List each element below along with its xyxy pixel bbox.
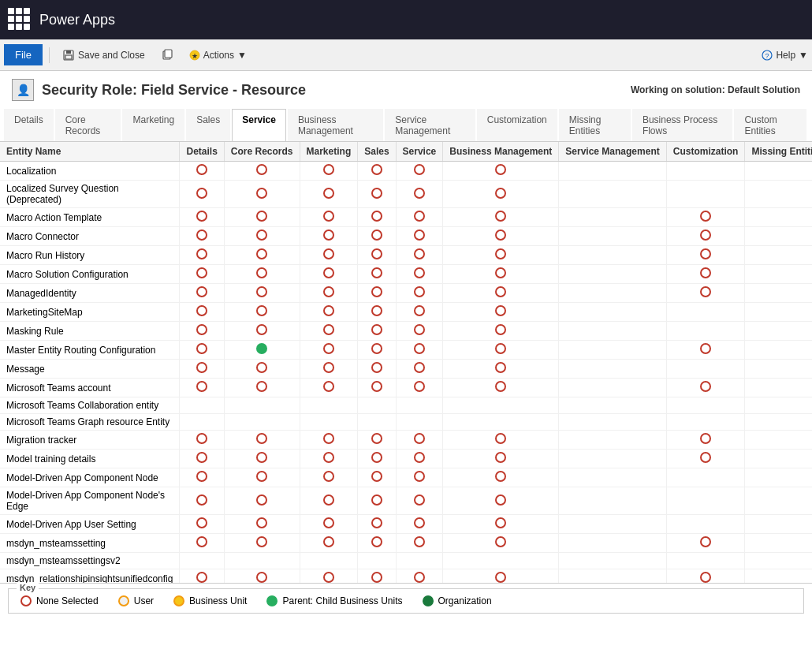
permission-cell[interactable] bbox=[745, 341, 812, 360]
permission-cell[interactable] bbox=[745, 208, 812, 227]
permission-cell[interactable] bbox=[224, 414, 300, 431]
permission-cell[interactable] bbox=[559, 431, 666, 450]
permission-cell[interactable] bbox=[443, 284, 559, 303]
table-row[interactable]: Model-Driven App User Setting bbox=[0, 515, 812, 534]
permission-cell[interactable] bbox=[666, 227, 745, 246]
permission-cell[interactable] bbox=[180, 487, 224, 515]
table-row[interactable]: MarketingSiteMap bbox=[0, 303, 812, 322]
permission-cell[interactable] bbox=[666, 162, 745, 181]
permission-cell[interactable] bbox=[300, 450, 358, 468]
file-button[interactable]: File bbox=[4, 44, 43, 65]
new-button[interactable] bbox=[155, 46, 180, 65]
permission-cell[interactable] bbox=[224, 341, 300, 360]
permission-cell[interactable] bbox=[396, 162, 443, 181]
permission-cell[interactable] bbox=[300, 162, 358, 181]
permission-cell[interactable] bbox=[358, 265, 396, 284]
tab-details[interactable]: Details bbox=[4, 109, 54, 141]
permission-cell[interactable] bbox=[559, 284, 666, 303]
permission-cell[interactable] bbox=[396, 414, 443, 431]
permission-cell[interactable] bbox=[224, 246, 300, 265]
permission-cell[interactable] bbox=[443, 553, 559, 569]
permission-cell[interactable] bbox=[666, 208, 745, 227]
table-row[interactable]: ManagedIdentity bbox=[0, 284, 812, 303]
permission-cell[interactable] bbox=[180, 265, 224, 284]
permission-cell[interactable] bbox=[443, 360, 559, 379]
permission-cell[interactable] bbox=[559, 246, 666, 265]
permission-cell[interactable] bbox=[745, 414, 812, 431]
table-row[interactable]: Master Entity Routing Configuration bbox=[0, 341, 812, 360]
permission-cell[interactable] bbox=[745, 534, 812, 553]
permission-cell[interactable] bbox=[559, 553, 666, 569]
permission-cell[interactable] bbox=[180, 515, 224, 534]
permission-cell[interactable] bbox=[559, 341, 666, 360]
tab-marketing[interactable]: Marketing bbox=[122, 109, 184, 141]
permission-cell[interactable] bbox=[396, 450, 443, 468]
table-row[interactable]: msdyn_msteamssettingsv2 bbox=[0, 553, 812, 569]
table-row[interactable]: Localized Survey Question (Deprecated) bbox=[0, 181, 812, 208]
permission-cell[interactable] bbox=[396, 303, 443, 322]
permission-cell[interactable] bbox=[358, 341, 396, 360]
tab-core-records[interactable]: Core Records bbox=[55, 109, 121, 141]
permission-cell[interactable] bbox=[224, 450, 300, 468]
permission-cell[interactable] bbox=[300, 322, 358, 341]
permission-cell[interactable] bbox=[300, 208, 358, 227]
permission-cell[interactable] bbox=[358, 431, 396, 450]
permission-cell[interactable] bbox=[666, 515, 745, 534]
permission-cell[interactable] bbox=[396, 246, 443, 265]
permission-cell[interactable] bbox=[358, 246, 396, 265]
tab-service[interactable]: Service bbox=[232, 109, 286, 141]
permission-cell[interactable] bbox=[180, 468, 224, 487]
table-row[interactable]: msdyn_msteamssetting bbox=[0, 534, 812, 553]
permission-cell[interactable] bbox=[666, 265, 745, 284]
permission-cell[interactable] bbox=[745, 322, 812, 341]
tab-custom-entities[interactable]: Custom Entities bbox=[734, 109, 806, 141]
permission-cell[interactable] bbox=[443, 265, 559, 284]
permission-cell[interactable] bbox=[559, 397, 666, 414]
permission-cell[interactable] bbox=[224, 227, 300, 246]
permission-cell[interactable] bbox=[358, 227, 396, 246]
permission-cell[interactable] bbox=[666, 569, 745, 584]
permission-cell[interactable] bbox=[666, 534, 745, 553]
permission-cell[interactable] bbox=[666, 397, 745, 414]
table-row[interactable]: Model-Driven App Component Node's Edge bbox=[0, 487, 812, 515]
permission-cell[interactable] bbox=[666, 322, 745, 341]
permission-cell[interactable] bbox=[559, 265, 666, 284]
permission-cell[interactable] bbox=[443, 515, 559, 534]
permission-cell[interactable] bbox=[224, 181, 300, 208]
help-button[interactable]: ? Help ▼ bbox=[762, 50, 808, 61]
permission-cell[interactable] bbox=[180, 414, 224, 431]
permission-cell[interactable] bbox=[666, 553, 745, 569]
permission-cell[interactable] bbox=[224, 303, 300, 322]
permission-cell[interactable] bbox=[443, 208, 559, 227]
permission-cell[interactable] bbox=[300, 397, 358, 414]
permission-cell[interactable] bbox=[358, 468, 396, 487]
permission-cell[interactable] bbox=[224, 322, 300, 341]
permission-cell[interactable] bbox=[745, 265, 812, 284]
permission-cell[interactable] bbox=[224, 534, 300, 553]
permission-cell[interactable] bbox=[224, 431, 300, 450]
permission-cell[interactable] bbox=[300, 246, 358, 265]
permission-cell[interactable] bbox=[180, 341, 224, 360]
permission-cell[interactable] bbox=[358, 360, 396, 379]
permission-cell[interactable] bbox=[396, 534, 443, 553]
permission-cell[interactable] bbox=[300, 515, 358, 534]
permission-cell[interactable] bbox=[396, 322, 443, 341]
permission-cell[interactable] bbox=[300, 569, 358, 584]
permission-cell[interactable] bbox=[666, 246, 745, 265]
permission-cell[interactable] bbox=[559, 303, 666, 322]
permission-cell[interactable] bbox=[559, 322, 666, 341]
permission-cell[interactable] bbox=[300, 341, 358, 360]
permission-cell[interactable] bbox=[559, 379, 666, 397]
table-row[interactable]: Macro Solution Configuration bbox=[0, 265, 812, 284]
permission-cell[interactable] bbox=[666, 181, 745, 208]
permission-cell[interactable] bbox=[180, 162, 224, 181]
permission-cell[interactable] bbox=[559, 208, 666, 227]
permission-cell[interactable] bbox=[180, 553, 224, 569]
permission-cell[interactable] bbox=[180, 181, 224, 208]
permission-cell[interactable] bbox=[396, 379, 443, 397]
permission-cell[interactable] bbox=[666, 303, 745, 322]
table-row[interactable]: Microsoft Teams account bbox=[0, 379, 812, 397]
table-row[interactable]: Microsoft Teams Collaboration entity bbox=[0, 397, 812, 414]
permission-cell[interactable] bbox=[300, 379, 358, 397]
permission-cell[interactable] bbox=[559, 569, 666, 584]
